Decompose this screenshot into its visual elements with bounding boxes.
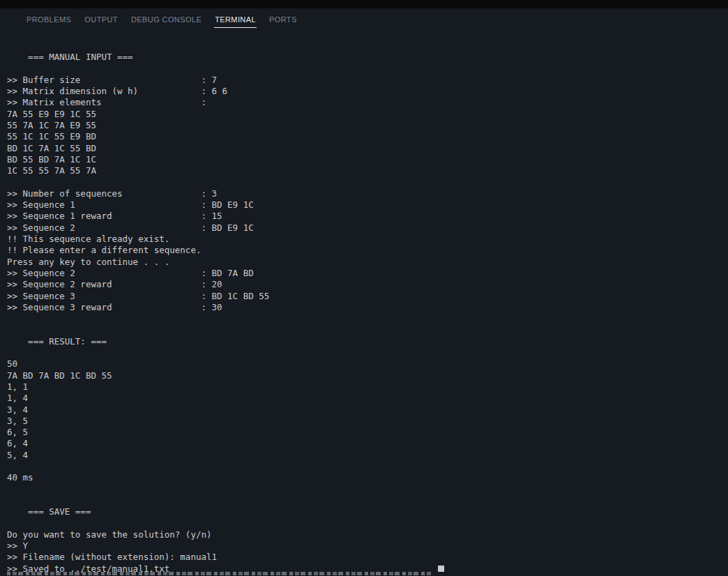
bottom-panel: PROBLEMS OUTPUT DEBUG CONSOLE TERMINAL P… xyxy=(0,8,728,576)
tab-ports[interactable]: PORTS xyxy=(268,13,298,28)
clipped-terminal-line xyxy=(7,572,432,575)
terminal-viewport[interactable]: === MANUAL INPUT === >> Buffer size : 7 … xyxy=(0,40,728,576)
tab-terminal[interactable]: TERMINAL xyxy=(214,13,257,28)
panel-tab-bar: PROBLEMS OUTPUT DEBUG CONSOLE TERMINAL P… xyxy=(0,8,728,32)
tab-debug-console[interactable]: DEBUG CONSOLE xyxy=(130,13,202,28)
editor-area-strip xyxy=(0,0,728,8)
terminal-output: === MANUAL INPUT === >> Buffer size : 7 … xyxy=(0,40,728,575)
tab-problems[interactable]: PROBLEMS xyxy=(26,13,72,28)
tab-output[interactable]: OUTPUT xyxy=(84,13,119,28)
terminal-cursor xyxy=(438,566,444,572)
